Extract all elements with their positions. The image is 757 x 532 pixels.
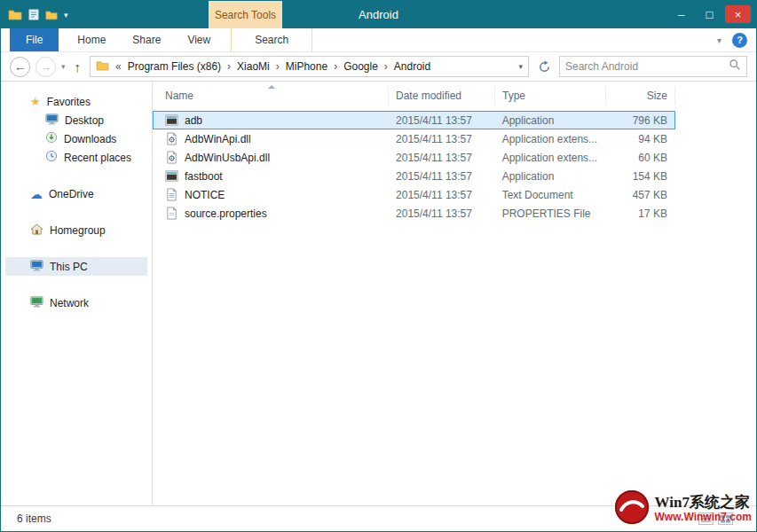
file-row[interactable]: AdbWinUsbApi.dll 2015/4/11 13:57 Applica… bbox=[153, 148, 675, 167]
house-icon bbox=[30, 223, 43, 238]
up-button[interactable]: ↑ bbox=[71, 59, 85, 74]
column-header-name[interactable]: Name bbox=[153, 87, 389, 105]
sidebar-item-onedrive[interactable]: ☁ OneDrive bbox=[5, 184, 147, 203]
file-name: adb bbox=[185, 114, 202, 127]
sidebar-item-downloads[interactable]: Downloads bbox=[5, 129, 147, 148]
cloud-icon: ☁ bbox=[30, 187, 43, 201]
file-size: 796 KB bbox=[605, 114, 674, 127]
breadcrumb-item-program-files[interactable]: Program Files (x86) bbox=[128, 60, 221, 73]
application-icon bbox=[164, 113, 178, 128]
file-rows: adb 2015/4/11 13:57 Application 796 KB A… bbox=[153, 111, 756, 223]
file-type: PROPERTIES File bbox=[495, 207, 606, 220]
sidebar-item-label: Desktop bbox=[65, 114, 104, 127]
file-type: Application extens... bbox=[495, 133, 606, 145]
maximize-button[interactable]: □ bbox=[697, 5, 722, 23]
sidebar-item-desktop[interactable]: Desktop bbox=[5, 111, 147, 129]
help-icon[interactable]: ? bbox=[732, 33, 747, 48]
quick-access-dropdown-icon[interactable]: ▾ bbox=[64, 11, 68, 20]
file-name: fastboot bbox=[185, 170, 223, 183]
file-name-cell: fastboot bbox=[154, 169, 389, 184]
sidebar-item-label: Favorites bbox=[47, 96, 91, 108]
chevron-right-icon: › bbox=[274, 60, 281, 73]
sidebar-item-homegroup[interactable]: Homegroup bbox=[5, 221, 147, 239]
file-name-cell: source.properties bbox=[154, 207, 389, 221]
watermark: Win7系统之家 Www.Winwin7.com bbox=[614, 489, 752, 528]
watermark-logo-icon bbox=[614, 489, 650, 528]
column-header-size[interactable]: Size bbox=[606, 87, 675, 105]
column-header-date-modified[interactable]: Date modified bbox=[389, 87, 495, 105]
ribbon-expand-icon[interactable]: ▾ bbox=[717, 35, 722, 45]
download-icon bbox=[45, 131, 58, 146]
file-row[interactable]: NOTICE 2015/4/11 13:57 Text Document 457… bbox=[153, 185, 675, 204]
file-size: 17 KB bbox=[605, 207, 674, 220]
file-row[interactable]: adb 2015/4/11 13:57 Application 796 KB bbox=[153, 111, 675, 129]
breadcrumb-item-google[interactable]: Google bbox=[343, 60, 378, 73]
chevron-right-icon: › bbox=[382, 60, 390, 73]
recent-locations-dropdown-icon[interactable]: ▾ bbox=[61, 62, 66, 71]
search-input[interactable] bbox=[565, 60, 725, 73]
dll-icon bbox=[164, 132, 178, 146]
search-box bbox=[559, 56, 747, 77]
breadcrumb-overflow-icon[interactable]: « bbox=[114, 60, 123, 73]
search-tools-contextual-tab[interactable]: Search Tools bbox=[209, 1, 282, 28]
file-row[interactable]: AdbWinApi.dll 2015/4/11 13:57 Applicatio… bbox=[153, 129, 675, 148]
sidebar-item-label: Downloads bbox=[64, 133, 116, 145]
forward-button[interactable]: → bbox=[35, 57, 56, 77]
address-bar: ← → ▾ ↑ « Program Files (x86) › XiaoMi ›… bbox=[1, 52, 756, 82]
column-headers: Name Date modified Type Size bbox=[153, 84, 675, 107]
item-count-label: 6 items bbox=[17, 512, 51, 525]
text-document-icon bbox=[164, 188, 178, 202]
tab-search[interactable]: Search bbox=[231, 28, 312, 51]
breadcrumb-item-android[interactable]: Android bbox=[394, 60, 430, 73]
tab-view[interactable]: View bbox=[174, 28, 224, 51]
watermark-title: Win7系统之家 bbox=[655, 494, 752, 512]
sidebar-item-recent-places[interactable]: Recent places bbox=[5, 148, 147, 167]
back-button[interactable]: ← bbox=[10, 57, 30, 77]
sidebar-item-this-pc[interactable]: This PC bbox=[5, 257, 147, 276]
navigation-pane: ★ Favorites Desktop Downloads Recent pl bbox=[1, 82, 152, 505]
breadcrumb[interactable]: « Program Files (x86) › XiaoMi › MiPhone… bbox=[90, 56, 529, 77]
tab-file[interactable]: File bbox=[10, 28, 59, 51]
address-dropdown-icon[interactable]: ▾ bbox=[518, 62, 523, 71]
file-type: Application bbox=[495, 114, 606, 127]
application-icon bbox=[164, 169, 178, 184]
search-icon[interactable] bbox=[729, 59, 741, 74]
close-button[interactable]: × bbox=[725, 5, 751, 23]
file-date: 2015/4/11 13:57 bbox=[389, 170, 495, 183]
sidebar-item-favorites[interactable]: ★ Favorites bbox=[5, 92, 147, 111]
quick-access-newfolder-icon[interactable] bbox=[45, 10, 58, 20]
tab-share[interactable]: Share bbox=[119, 28, 174, 51]
network-icon bbox=[30, 296, 43, 310]
sidebar-item-network[interactable]: Network bbox=[5, 293, 147, 312]
breadcrumb-item-miphone[interactable]: MiPhone bbox=[286, 60, 327, 73]
file-type: Text Document bbox=[495, 189, 606, 201]
explorer-window: ▾ Search Tools Android – □ × File Home S… bbox=[0, 0, 757, 532]
monitor-icon bbox=[45, 113, 59, 128]
explorer-window-icon bbox=[8, 9, 22, 20]
quick-access-properties-icon[interactable] bbox=[28, 9, 39, 20]
file-name: AdbWinUsbApi.dll bbox=[185, 152, 270, 164]
file-name-cell: AdbWinApi.dll bbox=[154, 132, 389, 146]
file-date: 2015/4/11 13:57 bbox=[389, 189, 495, 201]
file-name: source.properties bbox=[185, 207, 267, 220]
column-header-type[interactable]: Type bbox=[495, 87, 606, 105]
refresh-icon[interactable] bbox=[534, 57, 554, 76]
computer-icon bbox=[30, 260, 43, 274]
ribbon-right-controls: ▾ ? bbox=[717, 28, 756, 51]
clock-icon bbox=[45, 150, 58, 165]
file-type: Application bbox=[495, 170, 606, 183]
file-row[interactable]: source.properties 2015/4/11 13:57 PROPER… bbox=[153, 204, 675, 223]
file-row[interactable]: fastboot 2015/4/11 13:57 Application 154… bbox=[153, 167, 675, 185]
minimize-button[interactable]: – bbox=[668, 5, 694, 23]
file-name-cell: AdbWinUsbApi.dll bbox=[154, 151, 389, 165]
file-name-cell: adb bbox=[154, 113, 389, 128]
sidebar-item-label: This PC bbox=[50, 261, 88, 273]
sidebar-item-label: Recent places bbox=[64, 152, 131, 164]
dll-icon bbox=[164, 151, 178, 165]
breadcrumb-item-xiaomi[interactable]: XiaoMi bbox=[237, 60, 270, 73]
file-size: 94 KB bbox=[605, 133, 674, 145]
file-size: 457 KB bbox=[605, 189, 674, 201]
file-name: AdbWinApi.dll bbox=[185, 133, 251, 145]
file-type: Application extens... bbox=[495, 152, 606, 164]
tab-home[interactable]: Home bbox=[64, 28, 119, 51]
